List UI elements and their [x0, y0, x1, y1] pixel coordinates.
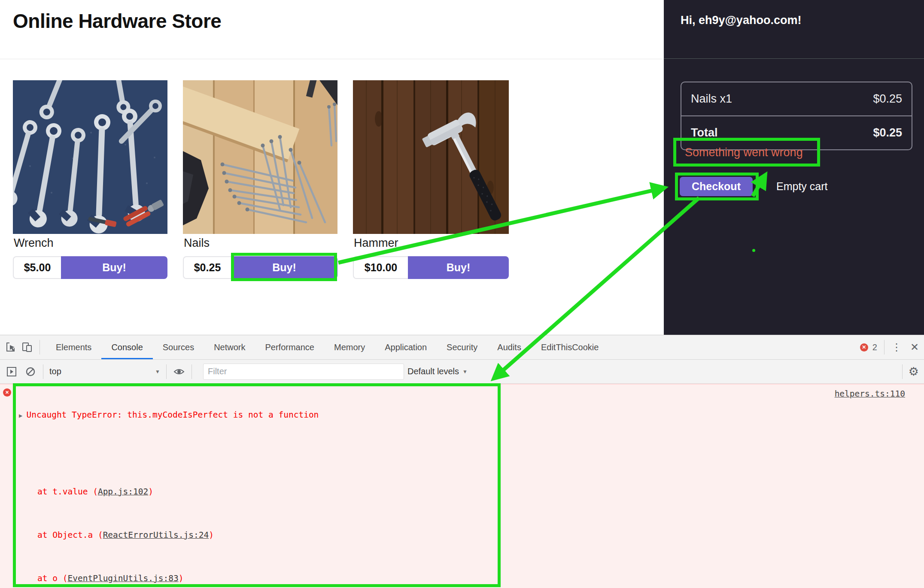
console-toolbar: top ▼ Default levels ▼ ⚙: [0, 360, 924, 384]
toolbar-divider: [884, 340, 884, 355]
product-name: Nails: [184, 236, 210, 250]
tab-label: Elements: [56, 342, 91, 352]
devtools-tab[interactable]: Audits: [487, 335, 531, 359]
devtools-tab[interactable]: Sources: [153, 335, 204, 359]
devtools-tab[interactable]: Elements: [46, 335, 101, 359]
user-greeting: Hi, eh9y@yahoo.com!: [681, 14, 801, 27]
toolbar-divider: [191, 364, 192, 379]
kebab-menu-icon[interactable]: ⋮: [891, 342, 902, 352]
checkout-button[interactable]: Checkout: [680, 177, 753, 196]
tab-label: Audits: [497, 342, 521, 352]
console-sidebar-icon[interactable]: [5, 365, 18, 378]
devtools-tab[interactable]: Security: [437, 335, 487, 359]
tab-label: Security: [447, 342, 477, 352]
devtools-tab[interactable]: Performance: [255, 335, 325, 359]
devtools-tab[interactable]: Network: [204, 335, 255, 359]
console-error-block: ▶Uncaught TypeError: this.myCodeIsPerfec…: [19, 388, 495, 588]
chevron-down-icon: ▼: [462, 369, 468, 375]
page-title: Online Hardware Store: [13, 9, 221, 33]
devtools-panel: Elements Console Sources Network: [0, 335, 924, 588]
source-link[interactable]: EventPluginUtils.js:83: [67, 573, 178, 583]
tab-label: Network: [214, 342, 245, 352]
inspect-icon[interactable]: [4, 341, 17, 354]
devtools-tab[interactable]: Console: [101, 335, 152, 359]
buy-button-hammer[interactable]: Buy!: [408, 256, 509, 279]
devtools-tab[interactable]: Memory: [324, 335, 375, 359]
clear-console-icon[interactable]: [24, 365, 37, 378]
price-row: $0.25 Buy!: [183, 256, 337, 279]
settings-gear-icon[interactable]: ⚙: [909, 365, 919, 379]
price-row: $10.00 Buy!: [353, 256, 509, 279]
device-toolbar-icon[interactable]: [21, 341, 33, 354]
devtools-tab[interactable]: EditThisCookie: [531, 335, 609, 359]
tab-label: Sources: [163, 342, 194, 352]
toolbar-divider: [43, 364, 43, 379]
context-selector-value: top: [49, 367, 61, 376]
sidebar-divider: [664, 58, 924, 59]
buy-button-wrench[interactable]: Buy!: [61, 256, 167, 279]
cart-row: Total $0.25: [681, 115, 912, 149]
console-error-location-link[interactable]: helpers.ts:110: [835, 389, 905, 399]
stack-frame: at o (EventPluginUtils.js:83): [19, 573, 495, 584]
toolbar-divider: [902, 364, 903, 379]
product-name: Hammer: [354, 236, 398, 250]
source-link[interactable]: ReactErrorUtils.js:24: [103, 530, 209, 540]
product-price: $5.00: [13, 256, 61, 279]
page: Online Hardware Store: [0, 0, 924, 588]
tab-label: Performance: [265, 342, 315, 352]
error-badge-icon: ✕: [860, 343, 868, 352]
console-stack: at t.value (App.js:102) at Object.a (Rea…: [19, 443, 495, 588]
tab-label: Memory: [334, 342, 365, 352]
filter-input[interactable]: [203, 364, 404, 380]
chevron-down-icon: ▼: [155, 369, 160, 375]
log-levels-dropdown[interactable]: Default levels ▼: [407, 367, 468, 376]
product-image-nails: [183, 80, 337, 234]
empty-cart-button[interactable]: Empty cart: [776, 177, 827, 196]
product-card-nails: Nails $0.25 Buy!: [183, 80, 337, 282]
cart-sidebar: Hi, eh9y@yahoo.com! Nails x1 $0.25 Total…: [664, 0, 924, 335]
devtools-tabbar-right: ✕ 2 ⋮ ✕: [860, 340, 919, 355]
tab-label: EditThisCookie: [541, 342, 599, 352]
annotation-dot: [752, 249, 755, 252]
close-icon[interactable]: ✕: [910, 342, 919, 352]
cart-item-price: $0.25: [873, 126, 902, 139]
console-error-title: ▶Uncaught TypeError: this.myCodeIsPerfec…: [19, 409, 495, 421]
tab-label: Application: [385, 342, 427, 352]
error-icon: ✕: [3, 388, 11, 397]
cart-item-label: Nails x1: [691, 92, 732, 106]
checkout-error-message: Something went wrong: [685, 146, 803, 159]
eye-icon[interactable]: [173, 365, 185, 378]
cart-item-label: Total: [691, 126, 718, 139]
toolbar-divider: [166, 364, 167, 379]
stack-frame: at t.value (App.js:102): [19, 486, 495, 497]
toolbar-divider: [40, 340, 40, 355]
error-badge-count: 2: [872, 342, 877, 352]
console-messages: ✕ ▶Uncaught TypeError: this.myCodeIsPerf…: [0, 384, 924, 588]
devtools-tabbar: Elements Console Sources Network: [0, 335, 924, 360]
stack-frame: at Object.a (ReactErrorUtils.js:24): [19, 530, 495, 540]
product-image-hammer: [353, 80, 509, 234]
product-price: $10.00: [353, 256, 408, 279]
cart-table: Nails x1 $0.25 Total $0.25: [681, 82, 912, 150]
cart-row: Nails x1 $0.25: [681, 82, 912, 115]
tab-label: Console: [111, 342, 143, 352]
product-card-hammer: Hammer $10.00 Buy!: [353, 80, 509, 282]
context-selector[interactable]: top ▼: [49, 367, 160, 376]
product-image-wrench: [13, 80, 167, 234]
header-divider: [0, 59, 664, 59]
buy-button-nails[interactable]: Buy!: [231, 256, 337, 279]
log-levels-label: Default levels: [407, 367, 459, 376]
cart-item-price: $0.25: [873, 92, 902, 106]
devtools-tab[interactable]: Application: [375, 335, 437, 359]
price-row: $5.00 Buy!: [13, 256, 167, 279]
source-link[interactable]: App.js:102: [98, 487, 148, 497]
product-price: $0.25: [183, 256, 231, 279]
expand-triangle-icon[interactable]: ▶: [19, 412, 22, 419]
devtools-tabs: Elements Console Sources Network: [46, 335, 608, 359]
product-name: Wrench: [14, 236, 54, 250]
product-card-wrench: Wrench $5.00 Buy!: [13, 80, 167, 282]
